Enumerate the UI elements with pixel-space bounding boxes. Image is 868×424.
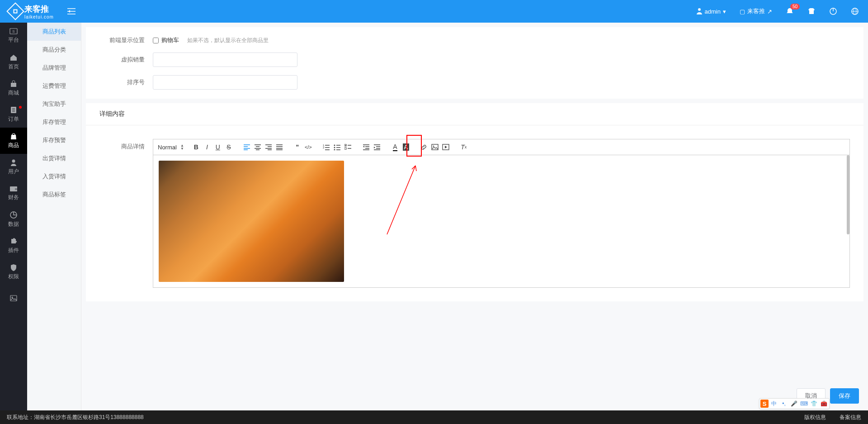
ime-mic-icon[interactable]: 🎤 [789, 400, 798, 407]
svg-text:2: 2 [323, 146, 325, 149]
svg-rect-26 [344, 148, 346, 149]
indent-icon[interactable] [372, 142, 382, 152]
nav-mall[interactable]: 商城 [0, 75, 27, 101]
bold-icon[interactable]: B [191, 142, 201, 152]
cart-checkbox-input[interactable] [153, 38, 159, 43]
subnav-product-list[interactable]: 商品列表 [27, 23, 81, 41]
nav-plugins[interactable]: 插件 [0, 233, 27, 259]
admin-dropdown[interactable]: admin ▾ [696, 8, 726, 15]
svg-point-28 [433, 146, 434, 147]
ordered-list-icon[interactable]: 12 [321, 142, 331, 152]
globe-icon[interactable] [851, 7, 859, 15]
bullet-list-icon[interactable] [332, 142, 342, 152]
subnav-shipping[interactable]: 运费管理 [27, 77, 81, 95]
subnav-brand[interactable]: 品牌管理 [27, 59, 81, 77]
screen-icon: ▢ [740, 8, 745, 15]
notification-badge: 50 [790, 4, 800, 10]
nav-label: 插件 [8, 247, 19, 254]
clear-format-icon[interactable]: Tx [459, 142, 469, 152]
nav-label: 用户 [8, 168, 19, 176]
ime-keyboard-icon[interactable]: ⌨ [799, 400, 808, 407]
user-icon [10, 159, 17, 166]
nav-gallery[interactable] [0, 285, 27, 311]
svg-point-19 [12, 297, 13, 298]
power-icon[interactable] [829, 7, 837, 15]
hub-link[interactable]: ▢ 来客推 ↗ [740, 7, 772, 15]
video-icon[interactable] [441, 142, 451, 152]
checklist-icon[interactable] [343, 142, 353, 152]
sogou-logo-icon: S [760, 400, 769, 408]
hub-label: 来客推 [747, 7, 765, 15]
inserted-product-image[interactable] [159, 161, 344, 282]
insert-image-icon[interactable] [430, 142, 440, 152]
svg-rect-16 [15, 188, 18, 190]
italic-icon[interactable]: I [202, 142, 212, 152]
nav-permissions[interactable]: 权限 [0, 259, 27, 285]
cart-checkbox[interactable]: 购物车 [153, 36, 179, 44]
nav-data[interactable]: 数据 [0, 206, 27, 233]
align-right-icon[interactable] [264, 142, 274, 152]
svg-point-23 [334, 147, 335, 148]
quote-icon[interactable]: " [292, 142, 302, 152]
user-icon [696, 8, 703, 15]
ime-toolbox-icon[interactable]: 🧰 [819, 400, 828, 407]
editor-toolbar: Normal ▲▼ B I U S [153, 139, 849, 155]
puzzle-icon [10, 238, 17, 245]
virtual-sales-label: 虚拟销量 [99, 56, 145, 64]
nav-platform[interactable]: S 平台 [0, 23, 27, 49]
form-section: 前端显示位置 购物车 如果不选，默认显示在全部商品里 虚拟销量 排序号 [86, 27, 863, 99]
home-icon [9, 54, 18, 61]
subnav-shipment[interactable]: 出货详情 [27, 149, 81, 167]
nav-label: 商城 [8, 89, 19, 97]
subnav-tags[interactable]: 商品标签 [27, 186, 81, 204]
editor-section: 商品详情 Normal ▲▼ B I U S [86, 125, 863, 301]
editor-scrollbar[interactable] [847, 155, 849, 234]
subnav-stock-alert[interactable]: 库存预警 [27, 131, 81, 149]
shield-icon [10, 264, 17, 271]
ime-lang[interactable]: 中 [769, 400, 778, 408]
external-icon: ↗ [767, 8, 772, 15]
virtual-sales-input[interactable] [153, 52, 297, 67]
nav-home[interactable]: 首页 [0, 49, 27, 75]
ime-toolbar[interactable]: S 中 •, 🎤 ⌨ 👕 🧰 [759, 398, 830, 409]
bg-color-icon[interactable]: A [401, 142, 411, 152]
align-justify-icon[interactable] [274, 142, 284, 152]
ime-skin-icon[interactable]: 👕 [809, 400, 818, 407]
subnav-taobao[interactable]: 淘宝助手 [27, 95, 81, 113]
ime-punct-icon[interactable]: •, [779, 400, 788, 407]
align-left-icon[interactable] [242, 142, 252, 152]
nav-users[interactable]: 用户 [0, 154, 27, 180]
editor-content-area[interactable] [153, 155, 849, 287]
format-select[interactable]: Normal [158, 144, 177, 151]
text-color-icon[interactable]: A [390, 142, 400, 152]
store-icon [10, 80, 17, 87]
alert-dot [19, 106, 22, 109]
chevron-down-icon: ▾ [723, 8, 726, 15]
sidebar-toggle-icon[interactable] [67, 8, 75, 14]
nav-label: 权限 [8, 273, 19, 281]
save-button[interactable]: 保存 [830, 388, 859, 404]
code-icon[interactable]: </> [303, 142, 313, 152]
nav-orders[interactable]: 订单 [0, 101, 27, 128]
nav-finance[interactable]: 财务 [0, 180, 27, 206]
sort-label: 排序号 [99, 78, 145, 86]
nav-label: 数据 [8, 220, 19, 228]
nav-label: 首页 [8, 63, 19, 71]
underline-icon[interactable]: U [213, 142, 223, 152]
strike-icon[interactable]: S [224, 142, 234, 152]
subnav-category[interactable]: 商品分类 [27, 41, 81, 59]
list-icon [10, 106, 17, 114]
notification-bell[interactable]: 50 [786, 7, 794, 15]
subnav-inbound[interactable]: 入货详情 [27, 167, 81, 186]
outdent-icon[interactable] [361, 142, 371, 152]
align-center-icon[interactable] [253, 142, 263, 152]
shirt-icon[interactable] [807, 7, 816, 15]
sort-input[interactable] [153, 75, 297, 90]
nav-label: 平台 [8, 36, 19, 44]
subnav-inventory[interactable]: 库存管理 [27, 113, 81, 131]
card-icon: S [9, 28, 18, 34]
nav-products[interactable]: 商品 [0, 128, 27, 154]
link-icon[interactable] [419, 142, 429, 152]
brand-logo[interactable]: 来客推 laiketui.com [9, 4, 54, 19]
svg-rect-18 [10, 295, 17, 301]
